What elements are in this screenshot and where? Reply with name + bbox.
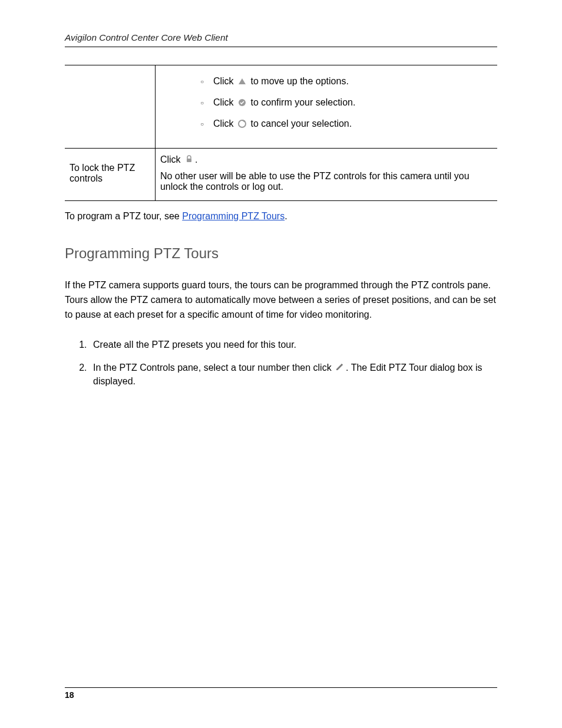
table-cell-left-empty <box>65 65 155 149</box>
table-row: To lock the PTZ controls Click . No othe… <box>65 149 497 201</box>
confirm-icon <box>237 98 247 107</box>
ptz-actions-table: Click to move up the options. Click to c… <box>65 65 497 201</box>
section-intro: If the PTZ camera supports guard tours, … <box>65 278 497 322</box>
lock-icon <box>184 154 194 163</box>
list-item: Click to confirm your selection. <box>213 97 492 108</box>
table-cell-right-options: Click to move up the options. Click to c… <box>155 65 497 149</box>
lock-description: No other user will be able to use the PT… <box>160 171 492 192</box>
table-row: Click to move up the options. Click to c… <box>65 65 497 149</box>
text: to move up the options. <box>251 76 349 86</box>
text: to confirm your selection. <box>251 97 356 107</box>
text: Click <box>213 76 234 86</box>
text: to cancel your selection. <box>251 118 352 129</box>
text: In the PTZ Controls pane, select a tour … <box>93 363 334 373</box>
text: . <box>285 211 287 221</box>
options-list: Click to move up the options. Click to c… <box>213 76 492 129</box>
svg-rect-2 <box>187 159 191 162</box>
table-cell-lock-label: To lock the PTZ controls <box>65 149 155 201</box>
text: Click <box>213 97 234 107</box>
edit-pencil-icon <box>335 362 345 370</box>
list-item: In the PTZ Controls pane, select a tour … <box>90 361 497 388</box>
list-item: Click to cancel your selection. <box>213 118 492 129</box>
steps-list: Create all the PTZ presets you need for … <box>90 338 497 388</box>
cancel-icon <box>237 120 247 128</box>
text: Click <box>160 154 181 164</box>
page-footer: 18 <box>65 687 497 700</box>
list-item: Create all the PTZ presets you need for … <box>90 338 497 351</box>
text: Click <box>213 118 234 129</box>
section-heading: Programming PTZ Tours <box>65 245 497 262</box>
list-item: Click to move up the options. <box>213 76 492 87</box>
table-cell-lock-body: Click . No other user will be able to us… <box>155 149 497 201</box>
up-arrow-icon <box>237 77 247 85</box>
after-table-paragraph: To program a PTZ tour, see Programming P… <box>65 209 497 223</box>
text: To program a PTZ tour, see <box>65 211 182 221</box>
text: . <box>195 154 197 164</box>
programming-ptz-tours-link[interactable]: Programming PTZ Tours <box>182 211 285 221</box>
page-header: Avigilon Control Center Core Web Client <box>65 32 497 47</box>
page-number: 18 <box>65 690 74 700</box>
